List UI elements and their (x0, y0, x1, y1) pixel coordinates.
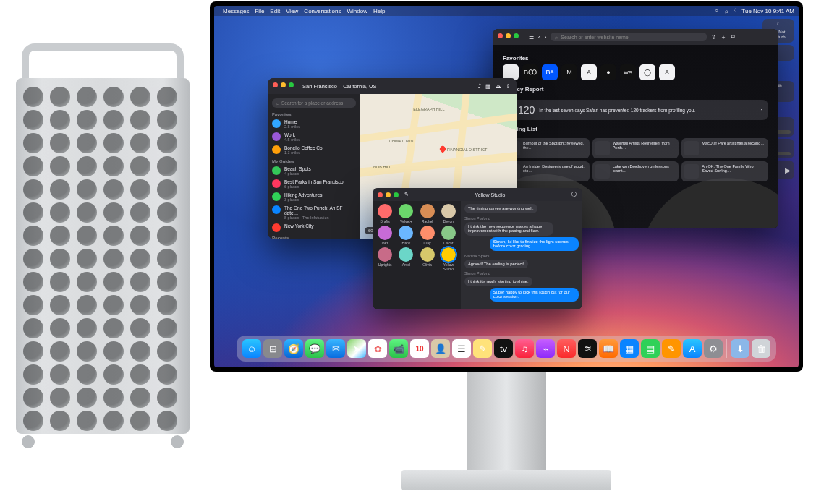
spotlight-icon[interactable]: ⌕ (725, 8, 728, 14)
window-traffic-lights[interactable] (498, 33, 519, 38)
menu-view[interactable]: View (286, 8, 298, 14)
dock-contacts[interactable]: 👤 (431, 339, 450, 358)
maps-search-field[interactable]: ⌕Search for a place or address (272, 98, 356, 108)
safari-url-field[interactable]: ⌕Search or enter website name (551, 33, 707, 41)
conversation-yellow-studio[interactable]: Yellow Studio (439, 247, 458, 271)
conversation-inez[interactable]: Inez (375, 226, 394, 245)
dock-numbers[interactable]: ▤ (641, 339, 660, 358)
conversation-olivia[interactable]: Olivia (418, 247, 437, 271)
conversation-clay[interactable]: Clay (418, 226, 437, 245)
dock-finder[interactable]: ☺ (242, 339, 261, 358)
menu-file[interactable]: File (255, 8, 264, 14)
app-menu[interactable]: Messages (223, 8, 249, 14)
maps-sidebar-item[interactable]: Best Parks in San Francisco6 places (272, 178, 356, 191)
sidebar-icon[interactable]: ☰ (529, 34, 534, 40)
maps-sidebar-item[interactable]: The One Two Punch: An SF date…8 places ·… (272, 204, 356, 222)
favorite-bbb[interactable]: BꝎ (522, 64, 538, 80)
conversation-devon[interactable]: Devon (439, 204, 458, 223)
dock-notes[interactable]: ✎ (473, 339, 492, 358)
share-icon[interactable]: ⇪ (506, 83, 511, 90)
favorite-medium[interactable]: M (561, 64, 577, 80)
conversation-oscar[interactable]: Oscar (439, 226, 458, 245)
window-traffic-lights[interactable] (273, 82, 294, 87)
map-pin-icon[interactable] (438, 145, 446, 153)
conversation-amel[interactable]: Amel (396, 247, 415, 271)
menu-window[interactable]: Window (347, 8, 367, 14)
message-bubble[interactable]: Agreed! The ending is perfect! (464, 260, 528, 269)
dock-facetime[interactable]: 📹 (389, 339, 408, 358)
menu-edit[interactable]: Edit (270, 8, 280, 14)
maps-sidebar-item[interactable]: Bonello Coffee Co.1.3 miles (272, 144, 356, 157)
dock-launchpad[interactable]: ⊞ (263, 339, 282, 358)
tabs-icon[interactable]: ⧉ (731, 33, 735, 40)
reading-list-item[interactable]: MacDuff Park artist has a second… (681, 138, 768, 158)
view-mode-icon[interactable]: ▦ (485, 83, 491, 90)
compose-icon[interactable]: ✎ (404, 192, 409, 197)
dock-maps[interactable]: ➤ (347, 339, 366, 358)
directions-icon[interactable]: ⤴ (478, 83, 481, 90)
info-icon[interactable]: ⓘ (571, 191, 577, 198)
message-bubble[interactable]: I think it's really starting to shine. (464, 277, 532, 286)
favorite-feedly[interactable]: A (581, 64, 597, 80)
message-bubble[interactable]: Super happy to lock this rough cut for o… (490, 288, 579, 302)
forward-icon[interactable]: › (545, 34, 547, 40)
favorite-behance[interactable]: Bē (542, 64, 558, 80)
dock-reminders[interactable]: ☰ (452, 339, 471, 358)
conversation-uprights[interactable]: Uprights (375, 247, 394, 271)
dock-stocks[interactable]: ≋ (578, 339, 597, 358)
reading-list-item[interactable]: Waterfall Artists Retirement from Perth… (592, 138, 679, 158)
play-icon[interactable]: ▶ (785, 168, 791, 173)
dock-downloads[interactable]: ⬇ (731, 339, 749, 358)
favorite-typeface[interactable]: A (659, 64, 675, 80)
message-bubble[interactable]: The timing curves are working well. (464, 204, 537, 213)
dock-preferences[interactable]: ⚙ (704, 339, 723, 358)
dock-pages[interactable]: ✎ (662, 339, 681, 358)
maps-sidebar-item[interactable]: Work4.5 miles (272, 131, 356, 144)
dock-music[interactable]: ♫ (515, 339, 534, 358)
macos-desktop[interactable]: Messages FileEditViewConversationsWindow… (214, 6, 799, 367)
dock-mail[interactable]: ✉ (326, 339, 345, 358)
maps-sidebar-item[interactable]: Home2.8 miles (272, 118, 356, 131)
dock-appstore[interactable]: A (683, 339, 702, 358)
message-bubble[interactable]: Simon, I'd like to finalize the light sc… (490, 237, 579, 251)
wifi-status-icon[interactable]: ᯤ (715, 8, 721, 14)
dock-news[interactable]: N (557, 339, 576, 358)
messages-window[interactable]: ✎ Yellow Studio ⓘ DraftsVelvet+RachelDev… (373, 188, 582, 309)
dock[interactable]: ☺⊞🧭💬✉➤✿📹10👤☰✎tv♫⌁N≋📖▦▤✎A⚙⬇🗑 (237, 336, 776, 362)
favorite-wetransfer[interactable]: we (620, 64, 636, 80)
favorite-circle[interactable]: ◯ (639, 64, 655, 80)
maps-sidebar-item[interactable]: Hiking Adventures3 places (272, 191, 356, 204)
share-icon[interactable]: ⇪ (711, 34, 716, 40)
window-traffic-lights[interactable] (378, 192, 399, 197)
dock-photos[interactable]: ✿ (368, 339, 387, 358)
menu-bar[interactable]: Messages FileEditViewConversationsWindow… (214, 6, 799, 16)
reading-list-item[interactable]: An OK: The One Family Who Saved Surfing… (681, 161, 768, 181)
dock-tv[interactable]: tv (494, 339, 513, 358)
clock[interactable]: Tue Nov 10 9:41 AM (741, 8, 794, 14)
dock-trash[interactable]: 🗑 (752, 339, 770, 358)
dock-safari[interactable]: 🧭 (284, 339, 303, 358)
conversation-velvet+[interactable]: Velvet+ (396, 204, 415, 223)
dock-calendar[interactable]: 10 (410, 339, 429, 358)
thumbnail (684, 141, 699, 155)
back-icon[interactable]: ‹ (538, 34, 540, 40)
privacy-report-card[interactable]: 🛡 120 In the last seven days Safari has … (503, 100, 768, 120)
dock-keynote[interactable]: ▦ (620, 339, 639, 358)
dock-podcasts[interactable]: ⌁ (536, 339, 555, 358)
dock-messages[interactable]: 💬 (305, 339, 324, 358)
maps-sidebar-item[interactable]: Beach Spots4 places (272, 165, 356, 178)
control-center-icon[interactable]: ⠪ (733, 8, 737, 14)
conversation-hank[interactable]: Hank (396, 226, 415, 245)
new-tab-icon[interactable]: ＋ (721, 33, 726, 41)
favorite-instapaper[interactable]: ● (600, 64, 616, 80)
map-mode-icon[interactable]: ⛰ (496, 83, 501, 90)
menu-help[interactable]: Help (373, 8, 385, 14)
menu-conversations[interactable]: Conversations (304, 8, 341, 14)
conversation-drafts[interactable]: Drafts (375, 204, 394, 223)
dock-books[interactable]: 📖 (599, 339, 618, 358)
reading-list-item[interactable]: Lake van Beethoven on lessons learnt… (592, 161, 679, 181)
maps-sidebar-item[interactable]: New York City (272, 222, 356, 234)
messages-thread[interactable]: The timing curves are working well.Simon… (461, 201, 582, 309)
message-bubble[interactable]: I think the new sequence makes a huge im… (464, 222, 553, 236)
conversation-rachel[interactable]: Rachel (418, 204, 437, 223)
